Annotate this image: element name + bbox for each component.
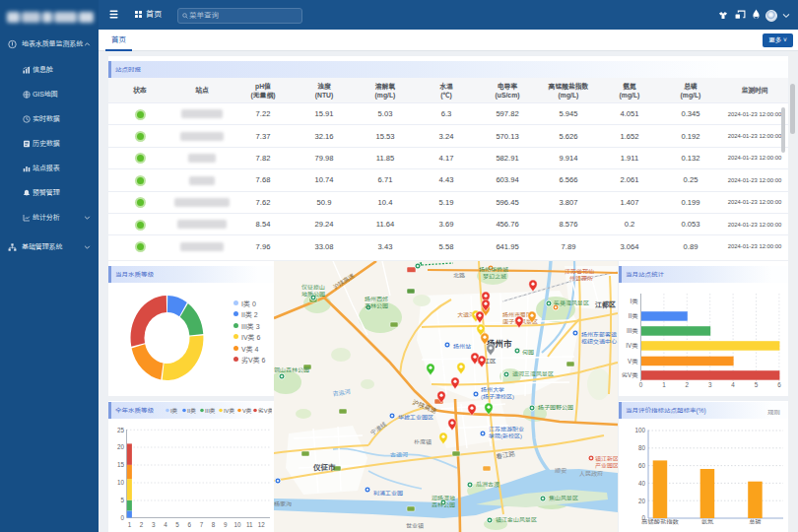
svg-text:8: 8 [212,521,216,528]
svg-text:0: 0 [120,513,124,520]
svg-text:氨氮: 氨氮 [701,517,714,524]
svg-text:何园: 何园 [522,349,534,356]
svg-text:100: 100 [634,427,645,433]
svg-text:杨家沟: 杨家沟 [274,500,292,507]
svg-text:扬州华侨城: 扬州华侨城 [479,266,508,273]
svg-text:焦山风景区: 焦山风景区 [549,495,578,501]
svg-text:人民政府: 人民政府 [579,470,603,477]
svg-text:州管理所: 州管理所 [569,275,593,282]
svg-text:产业园区: 产业园区 [595,462,618,469]
svg-text:11: 11 [246,521,253,528]
svg-text:6: 6 [188,521,192,528]
svg-text:3: 3 [708,381,712,388]
svg-text:9: 9 [224,521,228,528]
svg-text:(扬子津校区): (扬子津校区) [481,393,514,400]
svg-text:扬州东部客运: 扬州东部客运 [581,331,617,338]
svg-text:2: 2 [686,381,690,388]
svg-text:铜山森林公园: 铜山森林公园 [274,366,309,373]
svg-text:10: 10 [233,521,241,528]
svg-text:12: 12 [258,521,266,528]
svg-text:0: 0 [639,381,643,388]
svg-text:7: 7 [200,521,204,528]
svg-text:北路: 北路 [453,272,465,279]
svg-text:3: 3 [152,521,156,528]
svg-text:劣V类: 劣V类 [622,371,638,378]
svg-text:1: 1 [662,381,666,388]
svg-text:润扬湿地: 润扬湿地 [432,495,455,501]
svg-text:4: 4 [731,381,735,388]
svg-text:森林公园: 森林公园 [365,303,388,309]
svg-text:总磷: 总磷 [749,517,762,524]
svg-text:高锰酸盐指数: 高锰酸盐指数 [641,517,679,524]
svg-text:利浦工业园: 利浦工业园 [373,490,403,497]
svg-text:运河三湾风景区: 运河三湾风景区 [512,370,554,377]
svg-text:森林公园: 森林公园 [432,502,455,508]
svg-text:学院(新校区): 学院(新校区) [489,432,522,439]
svg-text:1: 1 [128,521,132,528]
svg-text:世业镇: 世业镇 [406,522,424,529]
svg-text:茱萸湾风景区: 茱萸湾风景区 [554,299,589,306]
svg-text:梦幻之城: 梦幻之城 [483,273,506,280]
svg-text:4: 4 [164,521,167,528]
svg-text:20: 20 [117,443,125,450]
svg-text:镇江金山风景区: 镇江金山风景区 [496,516,537,523]
svg-text:扬子园野公园: 扬子园野公园 [538,404,573,411]
svg-text:I类: I类 [630,298,638,304]
svg-text:6: 6 [777,381,781,388]
svg-text:25: 25 [117,426,125,432]
svg-text:V类: V类 [628,358,638,365]
svg-text:瓜洲古渡: 瓜洲古渡 [476,481,499,488]
svg-text:仪征捺山: 仪征捺山 [301,284,325,291]
svg-text:5: 5 [755,381,759,388]
svg-text:40: 40 [638,479,646,486]
svg-text:华摅工业园区: 华摅工业园区 [398,414,433,421]
svg-text:顺安: 顺安 [555,467,566,474]
svg-text:5: 5 [120,497,124,503]
svg-text:IV类: IV类 [626,342,638,349]
svg-text:III类: III类 [627,327,638,334]
svg-text:江苏旅游职业: 江苏旅游职业 [489,426,524,432]
svg-text:仪征市: 仪征市 [312,463,336,472]
svg-text:80: 80 [638,444,646,451]
svg-text:江都区: 江都区 [595,300,616,309]
svg-text:10: 10 [117,479,125,486]
svg-text:20: 20 [638,497,646,503]
svg-text:镇江新区: 镇江新区 [595,455,618,462]
svg-text:江苏省邗仙: 江苏省邗仙 [565,268,594,275]
svg-text:15: 15 [117,461,125,468]
svg-text:60: 60 [638,461,646,468]
svg-text:扬州西郊: 扬州西郊 [365,296,388,302]
svg-text:地质公园: 地质公园 [301,291,325,298]
svg-text:2: 2 [140,521,144,528]
svg-text:扬州大学: 扬州大学 [481,386,504,393]
svg-text:扬州站: 扬州站 [453,343,471,350]
svg-text:朴席镇: 朴席镇 [414,438,432,445]
svg-text:II类: II类 [629,312,638,319]
svg-text:古运河: 古运河 [390,451,408,458]
svg-text:枢纽交通中心: 枢纽交通中心 [581,338,618,345]
svg-text:5: 5 [175,521,179,528]
